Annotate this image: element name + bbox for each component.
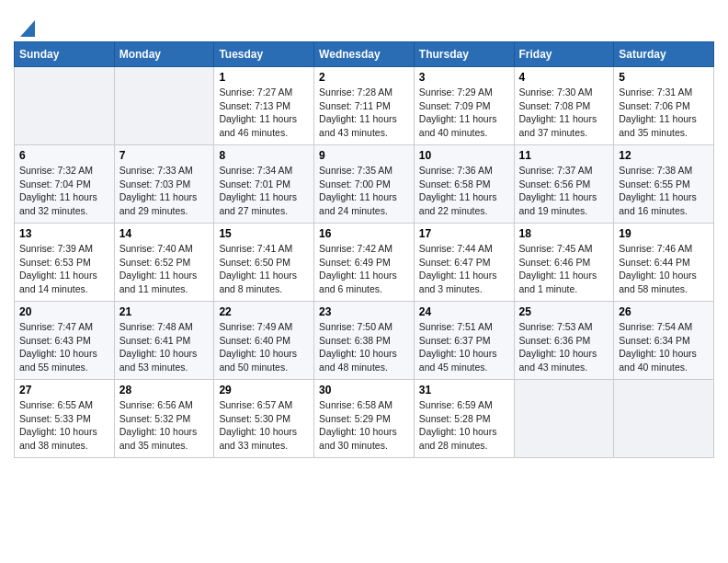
day-content: Sunrise: 7:38 AM Sunset: 6:55 PM Dayligh… [619, 164, 709, 218]
day-content: Sunrise: 7:29 AM Sunset: 7:09 PM Dayligh… [419, 86, 509, 140]
day-content: Sunrise: 7:42 AM Sunset: 6:49 PM Dayligh… [319, 242, 409, 296]
weekday-header-wednesday: Wednesday [314, 42, 415, 67]
calendar-cell: 24Sunrise: 7:51 AM Sunset: 6:37 PM Dayli… [414, 302, 514, 380]
calendar-cell: 22Sunrise: 7:49 AM Sunset: 6:40 PM Dayli… [214, 302, 314, 380]
day-number: 24 [419, 305, 509, 318]
day-content: Sunrise: 7:44 AM Sunset: 6:47 PM Dayligh… [419, 242, 509, 296]
calendar-cell: 17Sunrise: 7:44 AM Sunset: 6:47 PM Dayli… [414, 224, 514, 302]
day-content: Sunrise: 7:53 AM Sunset: 6:36 PM Dayligh… [519, 320, 609, 374]
calendar-cell: 20Sunrise: 7:47 AM Sunset: 6:43 PM Dayli… [15, 302, 115, 380]
day-content: Sunrise: 7:47 AM Sunset: 6:43 PM Dayligh… [19, 320, 109, 374]
calendar-cell: 5Sunrise: 7:31 AM Sunset: 7:06 PM Daylig… [614, 67, 714, 145]
calendar-cell [514, 380, 614, 458]
weekday-header-row: SundayMondayTuesdayWednesdayThursdayFrid… [15, 42, 714, 67]
day-number: 15 [219, 227, 309, 240]
day-number: 13 [19, 227, 109, 240]
calendar-cell: 25Sunrise: 7:53 AM Sunset: 6:36 PM Dayli… [514, 302, 614, 380]
calendar-cell: 16Sunrise: 7:42 AM Sunset: 6:49 PM Dayli… [314, 224, 415, 302]
calendar-cell: 9Sunrise: 7:35 AM Sunset: 7:00 PM Daylig… [314, 145, 415, 224]
day-number: 17 [419, 227, 509, 240]
weekday-header-friday: Friday [514, 42, 614, 67]
day-number: 16 [319, 227, 409, 240]
day-content: Sunrise: 6:55 AM Sunset: 5:33 PM Dayligh… [19, 398, 109, 453]
weekday-header-saturday: Saturday [614, 42, 714, 67]
day-content: Sunrise: 7:31 AM Sunset: 7:06 PM Dayligh… [619, 86, 709, 140]
day-content: Sunrise: 7:49 AM Sunset: 6:40 PM Dayligh… [219, 320, 309, 374]
day-number: 18 [519, 227, 609, 240]
day-content: Sunrise: 7:28 AM Sunset: 7:11 PM Dayligh… [319, 86, 409, 140]
day-content: Sunrise: 7:48 AM Sunset: 6:41 PM Dayligh… [119, 320, 210, 374]
weekday-header-tuesday: Tuesday [214, 42, 314, 67]
calendar-row-4: 27Sunrise: 6:55 AM Sunset: 5:33 PM Dayli… [15, 380, 714, 458]
calendar-cell: 19Sunrise: 7:46 AM Sunset: 6:44 PM Dayli… [614, 224, 714, 302]
day-content: Sunrise: 7:41 AM Sunset: 6:50 PM Dayligh… [219, 242, 309, 296]
logo [18, 18, 35, 37]
day-number: 29 [219, 384, 309, 396]
day-content: Sunrise: 6:58 AM Sunset: 5:29 PM Dayligh… [319, 398, 409, 453]
day-content: Sunrise: 7:36 AM Sunset: 6:58 PM Dayligh… [419, 164, 509, 218]
day-content: Sunrise: 7:46 AM Sunset: 6:44 PM Dayligh… [619, 242, 709, 296]
calendar-row-1: 6Sunrise: 7:32 AM Sunset: 7:04 PM Daylig… [15, 145, 714, 224]
weekday-header-sunday: Sunday [15, 42, 115, 67]
day-number: 23 [319, 305, 409, 318]
day-number: 28 [119, 384, 210, 396]
calendar-cell: 4Sunrise: 7:30 AM Sunset: 7:08 PM Daylig… [514, 67, 614, 145]
calendar-cell [15, 67, 115, 145]
calendar-cell: 15Sunrise: 7:41 AM Sunset: 6:50 PM Dayli… [214, 224, 314, 302]
day-content: Sunrise: 6:57 AM Sunset: 5:30 PM Dayligh… [219, 398, 309, 453]
day-number: 12 [619, 149, 709, 162]
day-content: Sunrise: 7:40 AM Sunset: 6:52 PM Dayligh… [119, 242, 210, 296]
calendar-cell: 14Sunrise: 7:40 AM Sunset: 6:52 PM Dayli… [114, 224, 214, 302]
day-content: Sunrise: 7:54 AM Sunset: 6:34 PM Dayligh… [619, 320, 709, 374]
svg-marker-0 [20, 20, 35, 37]
calendar-cell: 30Sunrise: 6:58 AM Sunset: 5:29 PM Dayli… [314, 380, 415, 458]
day-number: 25 [519, 305, 609, 318]
day-number: 10 [419, 149, 509, 162]
day-number: 26 [619, 305, 709, 318]
page-header [9, 9, 719, 41]
day-content: Sunrise: 7:39 AM Sunset: 6:53 PM Dayligh… [19, 242, 109, 296]
calendar-cell: 11Sunrise: 7:37 AM Sunset: 6:56 PM Dayli… [514, 145, 614, 224]
day-number: 27 [19, 384, 109, 396]
calendar-cell: 23Sunrise: 7:50 AM Sunset: 6:38 PM Dayli… [314, 302, 415, 380]
calendar-cell [114, 67, 214, 145]
day-content: Sunrise: 7:32 AM Sunset: 7:04 PM Dayligh… [19, 164, 109, 218]
calendar-table: SundayMondayTuesdayWednesdayThursdayFrid… [14, 41, 714, 458]
weekday-header-thursday: Thursday [414, 42, 514, 67]
weekday-header-monday: Monday [114, 42, 214, 67]
calendar-cell: 10Sunrise: 7:36 AM Sunset: 6:58 PM Dayli… [414, 145, 514, 224]
calendar-cell: 18Sunrise: 7:45 AM Sunset: 6:46 PM Dayli… [514, 224, 614, 302]
day-number: 9 [319, 149, 409, 162]
calendar-row-3: 20Sunrise: 7:47 AM Sunset: 6:43 PM Dayli… [15, 302, 714, 380]
calendar-cell: 28Sunrise: 6:56 AM Sunset: 5:32 PM Dayli… [114, 380, 214, 458]
day-number: 22 [219, 305, 309, 318]
day-number: 3 [419, 71, 509, 84]
calendar-cell: 3Sunrise: 7:29 AM Sunset: 7:09 PM Daylig… [414, 67, 514, 145]
day-number: 7 [119, 149, 210, 162]
day-number: 1 [219, 71, 309, 84]
logo-text [18, 18, 35, 37]
day-number: 2 [319, 71, 409, 84]
calendar-body: 1Sunrise: 7:27 AM Sunset: 7:13 PM Daylig… [15, 67, 714, 458]
calendar-cell: 27Sunrise: 6:55 AM Sunset: 5:33 PM Dayli… [15, 380, 115, 458]
day-content: Sunrise: 7:50 AM Sunset: 6:38 PM Dayligh… [319, 320, 409, 374]
calendar-row-2: 13Sunrise: 7:39 AM Sunset: 6:53 PM Dayli… [15, 224, 714, 302]
day-number: 5 [619, 71, 709, 84]
day-content: Sunrise: 7:27 AM Sunset: 7:13 PM Dayligh… [219, 86, 309, 140]
day-number: 19 [619, 227, 709, 240]
calendar-cell: 31Sunrise: 6:59 AM Sunset: 5:28 PM Dayli… [414, 380, 514, 458]
calendar-cell: 13Sunrise: 7:39 AM Sunset: 6:53 PM Dayli… [15, 224, 115, 302]
calendar-row-0: 1Sunrise: 7:27 AM Sunset: 7:13 PM Daylig… [15, 67, 714, 145]
day-content: Sunrise: 6:59 AM Sunset: 5:28 PM Dayligh… [419, 398, 509, 453]
calendar-cell: 6Sunrise: 7:32 AM Sunset: 7:04 PM Daylig… [15, 145, 115, 224]
calendar-cell: 12Sunrise: 7:38 AM Sunset: 6:55 PM Dayli… [614, 145, 714, 224]
day-content: Sunrise: 7:35 AM Sunset: 7:00 PM Dayligh… [319, 164, 409, 218]
day-number: 4 [519, 71, 609, 84]
day-content: Sunrise: 6:56 AM Sunset: 5:32 PM Dayligh… [119, 398, 210, 453]
day-content: Sunrise: 7:34 AM Sunset: 7:01 PM Dayligh… [219, 164, 309, 218]
day-number: 11 [519, 149, 609, 162]
calendar-cell: 8Sunrise: 7:34 AM Sunset: 7:01 PM Daylig… [214, 145, 314, 224]
calendar-cell: 21Sunrise: 7:48 AM Sunset: 6:41 PM Dayli… [114, 302, 214, 380]
calendar-container: SundayMondayTuesdayWednesdayThursdayFrid… [9, 41, 719, 467]
calendar-header: SundayMondayTuesdayWednesdayThursdayFrid… [15, 42, 714, 67]
